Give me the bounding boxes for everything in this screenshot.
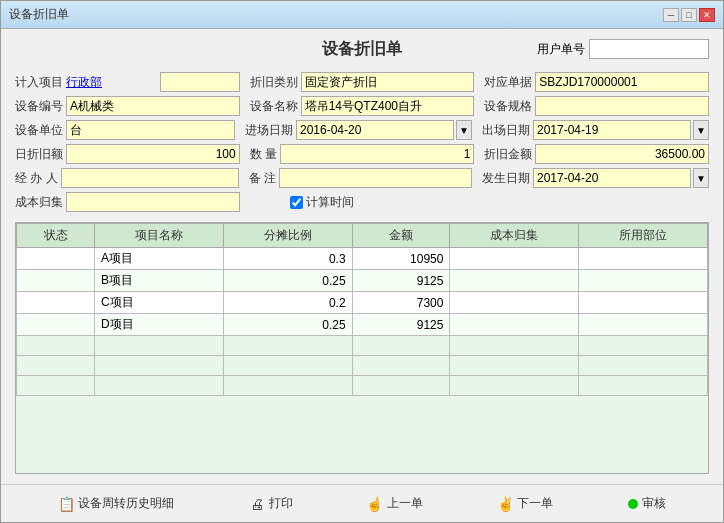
table-header: 状态 项目名称 分摊比例 金额 成本归集 所用部位 — [17, 224, 708, 248]
shebeibh-input[interactable] — [66, 96, 240, 116]
field-chengben: 成本归集 — [15, 192, 240, 212]
col-name: 项目名称 — [95, 224, 224, 248]
prev-icon: ☝ — [367, 496, 383, 512]
chengben-input[interactable] — [66, 192, 240, 212]
form-row-2: 设备编号 设备名称 设备规格 — [15, 96, 709, 116]
table-row-empty — [17, 336, 708, 356]
col-amount: 金额 — [352, 224, 450, 248]
data-table: 状态 项目名称 分摊比例 金额 成本归集 所用部位 A项目 0.3 10950 … — [16, 223, 708, 396]
field-shebeidw: 设备单位 — [15, 120, 235, 140]
shebeibh-label: 设备编号 — [15, 98, 63, 115]
zhejiu-lb-input[interactable] — [301, 72, 475, 92]
cell-cost — [450, 292, 579, 314]
jiru-value[interactable]: 行政部 — [66, 74, 157, 91]
review-label: 审核 — [642, 495, 666, 512]
jinchang-input[interactable] — [296, 120, 454, 140]
cell-amount: 7300 — [352, 292, 450, 314]
fasheng-input[interactable] — [533, 168, 691, 188]
next-label: 下一单 — [517, 495, 553, 512]
page-title: 设备折旧单 — [322, 39, 402, 60]
col-cost: 成本归集 — [450, 224, 579, 248]
field-shebeimc: 设备名称 — [250, 96, 475, 116]
chuchang-cal-button[interactable]: ▼ — [693, 120, 709, 140]
shuliang-input[interactable] — [280, 144, 474, 164]
cell-amount: 10950 — [352, 248, 450, 270]
minimize-button[interactable]: ─ — [663, 8, 679, 22]
shebeidw-input[interactable] — [66, 120, 235, 140]
shebeigg-label: 设备规格 — [484, 98, 532, 115]
field-beizhu: 备 注 — [249, 168, 473, 188]
table-row-empty — [17, 376, 708, 396]
beizhu-label: 备 注 — [249, 170, 276, 187]
cell-cost — [450, 270, 579, 292]
main-window: 设备折旧单 ─ □ ✕ 设备折旧单 用户单号 计入项目 行政部 — [0, 0, 724, 523]
field-fasheng: 发生日期 ▼ — [482, 168, 709, 188]
cell-dept — [579, 270, 708, 292]
cell-amount: 9125 — [352, 314, 450, 336]
chuchang-datefield: ▼ — [533, 120, 709, 140]
table-row[interactable]: B项目 0.25 9125 — [17, 270, 708, 292]
form-row-1: 计入项目 行政部 折旧类别 对应单据 — [15, 72, 709, 92]
chengben-label: 成本归集 — [15, 194, 63, 211]
cell-name: D项目 — [95, 314, 224, 336]
rizhe-label: 日折旧额 — [15, 146, 63, 163]
field-rizhe: 日折旧额 — [15, 144, 240, 164]
table-row[interactable]: C项目 0.2 7300 — [17, 292, 708, 314]
print-button[interactable]: 🖨 打印 — [243, 493, 299, 514]
chuchang-input[interactable] — [533, 120, 691, 140]
form-row-6: 成本归集 计算时间 — [15, 192, 709, 212]
print-icon: 🖨 — [249, 496, 265, 512]
form-row-3: 设备单位 进场日期 ▼ 出场日期 ▼ — [15, 120, 709, 140]
jisuan-checkbox[interactable] — [290, 196, 303, 209]
table-row[interactable]: D项目 0.25 9125 — [17, 314, 708, 336]
cell-dept — [579, 314, 708, 336]
history-icon: 📋 — [58, 496, 74, 512]
field-jingban: 经 办 人 — [15, 168, 239, 188]
cell-ratio: 0.25 — [223, 270, 352, 292]
field-shebeigg: 设备规格 — [484, 96, 709, 116]
cell-dept — [579, 248, 708, 270]
jingban-label: 经 办 人 — [15, 170, 58, 187]
maximize-button[interactable]: □ — [681, 8, 697, 22]
history-button[interactable]: 📋 设备周转历史明细 — [52, 493, 180, 514]
review-button[interactable]: 审核 — [622, 493, 672, 514]
cell-amount: 9125 — [352, 270, 450, 292]
cell-status — [17, 270, 95, 292]
field-zhejiu-lb: 折旧类别 — [250, 72, 475, 92]
cell-ratio: 0.3 — [223, 248, 352, 270]
field-chuchang: 出场日期 ▼ — [482, 120, 709, 140]
jinchang-cal-button[interactable]: ▼ — [456, 120, 472, 140]
shebeimc-input[interactable] — [301, 96, 475, 116]
user-unit-input[interactable] — [589, 39, 709, 59]
zhejiu-je-input[interactable] — [535, 144, 709, 164]
fasheng-label: 发生日期 — [482, 170, 530, 187]
beizhu-input[interactable] — [279, 168, 472, 188]
title-bar-controls: ─ □ ✕ — [663, 8, 715, 22]
fasheng-cal-button[interactable]: ▼ — [693, 168, 709, 188]
title-bar-text: 设备折旧单 — [9, 6, 69, 23]
rizhe-input[interactable] — [66, 144, 240, 164]
duiying-input[interactable] — [535, 72, 709, 92]
shebeigg-input[interactable] — [535, 96, 709, 116]
prev-label: 上一单 — [387, 495, 423, 512]
footer: 📋 设备周转历史明细 🖨 打印 ☝ 上一单 ✌ 下一单 审核 — [1, 484, 723, 522]
shebeimc-label: 设备名称 — [250, 98, 298, 115]
jingban-input[interactable] — [61, 168, 239, 188]
cell-status — [17, 314, 95, 336]
header-row: 状态 项目名称 分摊比例 金额 成本归集 所用部位 — [17, 224, 708, 248]
jiru-label: 计入项目 — [15, 74, 63, 91]
close-button[interactable]: ✕ — [699, 8, 715, 22]
cell-cost — [450, 248, 579, 270]
cell-ratio: 0.25 — [223, 314, 352, 336]
cell-cost — [450, 314, 579, 336]
field-jisuan: 计算时间 — [250, 192, 475, 212]
prev-button[interactable]: ☝ 上一单 — [361, 493, 429, 514]
content-area: 设备折旧单 用户单号 计入项目 行政部 折旧类别 — [1, 29, 723, 484]
field-jinchang: 进场日期 ▼ — [245, 120, 472, 140]
field-duiying: 对应单据 — [484, 72, 709, 92]
next-button[interactable]: ✌ 下一单 — [491, 493, 559, 514]
cell-ratio: 0.2 — [223, 292, 352, 314]
jinchang-label: 进场日期 — [245, 122, 293, 139]
user-unit-label: 用户单号 — [537, 41, 585, 58]
table-row[interactable]: A项目 0.3 10950 — [17, 248, 708, 270]
